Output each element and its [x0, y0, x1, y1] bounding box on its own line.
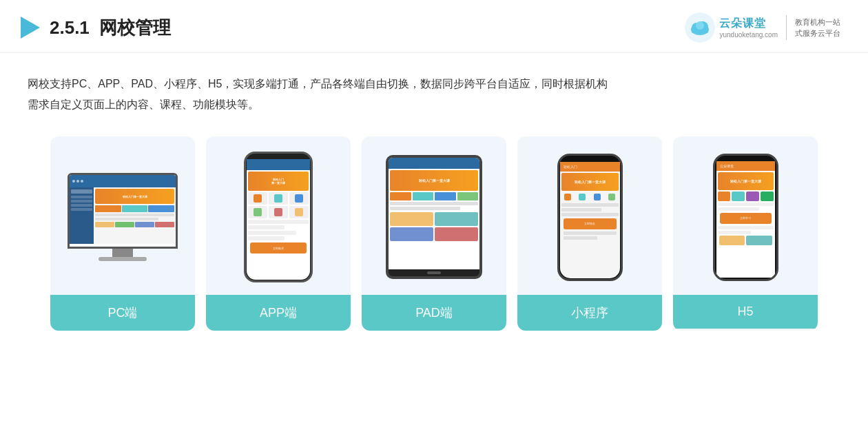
- pad-grid-item: [457, 192, 479, 200]
- brand-text: 云朵课堂 yunduoketang.com: [719, 17, 778, 39]
- card-app-image: 轻松入门第一堂大课: [206, 136, 351, 295]
- brand-divider: [786, 15, 787, 40]
- h5-row: [718, 226, 774, 229]
- brand-slogan: 教育机构一站 式服务云平台: [795, 17, 840, 39]
- slogan-line2: 式服务云平台: [795, 28, 840, 39]
- mini-grid-icon: [579, 194, 586, 200]
- card-app-label: APP端: [206, 295, 351, 331]
- monitor-base: [99, 257, 147, 261]
- header-right: 云朵课堂 yunduoketang.com 教育机构一站 式服务云平台: [685, 12, 840, 43]
- grid-item: [269, 206, 288, 218]
- h5-row: [718, 207, 760, 211]
- card-pad-label: PAD端: [362, 295, 506, 331]
- content-row: [248, 231, 296, 235]
- card-app: 轻松入门第一堂大课: [206, 136, 351, 331]
- monitor-body: 轻松入门第一堂大课: [68, 173, 178, 249]
- h5-grid-item: [718, 192, 731, 201]
- slogan-line1: 教育机构一站: [795, 17, 840, 28]
- phone-screen-banner: 轻松入门第一堂大课: [248, 172, 309, 191]
- card-pc: 轻松入门第一堂大课: [50, 136, 195, 331]
- card-miniprogram-image: 轻松入门 轻松入门第一堂大课: [517, 136, 662, 295]
- card-miniprogram: 轻松入门 轻松入门第一堂大课: [517, 136, 662, 331]
- pad-screen-header: [389, 158, 479, 169]
- description-section: 网校支持PC、APP、PAD、小程序、H5，实现多端打通，产品各终端自由切换，数…: [0, 53, 868, 123]
- card-pad-image: 轻松入门第一堂大课: [362, 136, 506, 295]
- grid-item: [289, 206, 309, 218]
- card-h5: 云朵课堂 轻松入门第一堂大课: [673, 136, 818, 331]
- pad-grid-item: [390, 192, 411, 200]
- header: 2.5.1 网校管理 云朵课堂 yunduoketang.com: [0, 0, 868, 53]
- h5-row: [718, 231, 752, 234]
- svg-point-4: [696, 21, 704, 30]
- mini-phone-grid: [561, 192, 619, 202]
- mini-grid-item: [590, 192, 603, 202]
- description-text: 网校支持PC、APP、PAD、小程序、H5，实现多端打通，产品各终端自由切换，数…: [28, 74, 840, 116]
- card-pc-image: 轻松入门第一堂大课: [50, 136, 195, 295]
- desc-line2: 需求自定义页面上的内容、课程、功能模块等。: [28, 99, 259, 110]
- mini-grid-icon: [594, 194, 601, 200]
- mini-phone-notch: [578, 156, 602, 162]
- card-pc-label: PC端: [50, 295, 195, 331]
- card-h5-label: H5: [673, 295, 818, 329]
- card-miniprogram-label: 小程序: [517, 295, 662, 331]
- pad-grid-item: [435, 192, 456, 200]
- phone-screen-header: [247, 159, 310, 170]
- h5-header: 云朵课堂: [716, 161, 775, 171]
- monitor-screen: 轻松入门第一堂大课: [70, 175, 176, 247]
- brand-domain: yunduoketang.com: [719, 31, 778, 39]
- grid-icon: [274, 208, 282, 216]
- cards-section: 轻松入门第一堂大课: [0, 123, 868, 351]
- grid-icon: [295, 208, 303, 216]
- grid-item: [248, 192, 267, 205]
- h5-grid-item: [746, 192, 759, 201]
- brand-logo: 云朵课堂 yunduoketang.com 教育机构一站 式服务云平台: [685, 12, 840, 43]
- mini-phone-mockup: 轻松入门 轻松入门第一堂大课: [557, 154, 623, 281]
- phone-banner-text: 轻松入门第一堂大课: [271, 178, 285, 185]
- phone-content-rows: 立即购买: [248, 220, 309, 254]
- monitor-screen-header: [70, 175, 176, 187]
- header-left: 2.5.1 网校管理: [21, 16, 171, 40]
- content-row: [248, 220, 309, 224]
- app-phone-mockup: 轻松入门第一堂大课: [244, 152, 313, 282]
- cloud-icon: [685, 12, 715, 43]
- mini-grid-icon: [608, 194, 615, 200]
- h5-phone-screen: 云朵课堂 轻松入门第一堂大课: [716, 161, 775, 278]
- mini-grid-item: [561, 192, 575, 202]
- pad-screen-grid: [390, 192, 478, 200]
- screen-dot: [76, 180, 79, 183]
- phone-screen-grid: [248, 192, 309, 218]
- brand-name: 云朵课堂: [719, 17, 778, 31]
- mini-phone-screen: 轻松入门 轻松入门第一堂大课: [560, 162, 620, 278]
- mini-phone-banner: 轻松入门第一堂大课: [561, 173, 619, 191]
- title-text: 网校管理: [99, 17, 171, 38]
- monitor-mockup: 轻松入门第一堂大课: [68, 173, 178, 261]
- page-title: 2.5.1 网校管理: [50, 16, 171, 40]
- mini-phone-header: 轻松入门: [560, 162, 620, 172]
- page-container: 2.5.1 网校管理 云朵课堂 yunduoketang.com: [0, 0, 868, 434]
- pad-mockup: 轻松入门第一堂大课: [386, 155, 482, 279]
- card-h5-image: 云朵课堂 轻松入门第一堂大课: [673, 136, 818, 295]
- grid-icon: [254, 208, 262, 216]
- screen-dot: [81, 180, 83, 183]
- content-row: [248, 236, 285, 240]
- pad-screen-banner: 轻松入门第一堂大课: [390, 170, 478, 191]
- pad-screen: 轻松入门第一堂大课: [389, 158, 479, 269]
- section-number: 2.5.1: [50, 17, 90, 38]
- content-row: [248, 225, 285, 229]
- grid-icon: [295, 194, 303, 203]
- pad-grid-item: [413, 192, 434, 200]
- logo-triangle-icon: [21, 17, 40, 39]
- card-pad: 轻松入门第一堂大课: [362, 136, 506, 331]
- grid-item: [289, 192, 309, 205]
- grid-icon: [274, 194, 282, 203]
- screen-dot: [72, 180, 75, 183]
- h5-phone-mockup: 云朵课堂 轻松入门第一堂大课: [713, 154, 778, 281]
- svg-rect-5: [692, 30, 708, 33]
- grid-item: [269, 192, 288, 205]
- desc-line1: 网校支持PC、APP、PAD、小程序、H5，实现多端打通，产品各终端自由切换，数…: [28, 78, 608, 90]
- h5-grid-item: [732, 192, 745, 201]
- h5-rows: 立即学习: [718, 203, 774, 245]
- phone-screen: 轻松入门第一堂大课: [247, 159, 310, 280]
- mini-phone-rows: 立即报名: [561, 203, 619, 240]
- h5-grid: [718, 192, 774, 201]
